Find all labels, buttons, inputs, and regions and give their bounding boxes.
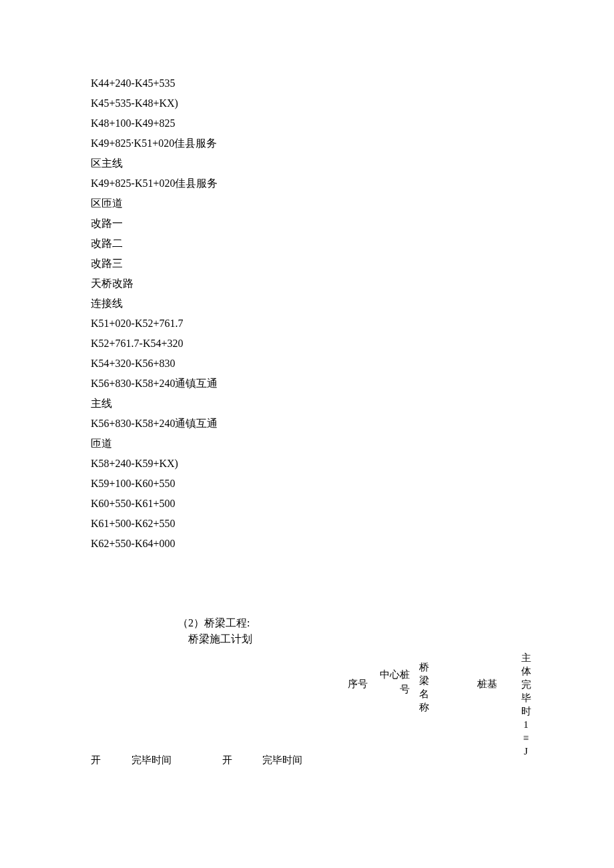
bottom-row: 开 完毕时间 开 完毕时间 bbox=[87, 754, 302, 767]
list-item: K49+825-K51+020佳县服务区匝道 bbox=[91, 173, 224, 213]
list-item: K49+825·K51+020佳县服务区主线 bbox=[91, 133, 224, 173]
list-item: K52+761.7-K54+320 bbox=[91, 334, 614, 354]
document-content: K44+240-K45+535K45+535-K48+KX)K48+100-K4… bbox=[0, 0, 614, 647]
list-item: K51+020-K52+761.7 bbox=[91, 314, 614, 334]
header-pile-base: 桩基 bbox=[475, 678, 499, 691]
list-item: 天桥改路 bbox=[91, 274, 614, 294]
list-item: 改路二 bbox=[91, 234, 614, 254]
header-bridge-name: 桥梁名称 bbox=[418, 661, 430, 714]
list-item: K56+830-K58+240通镇互通主线 bbox=[91, 374, 224, 414]
bottom-complete-2: 完毕时间 bbox=[262, 754, 302, 767]
header-center-pile: 中心桩号 bbox=[374, 667, 410, 697]
header-main-complete: 主体完毕时1≡J bbox=[520, 651, 532, 758]
section-line-1: （2）桥梁工程: bbox=[178, 615, 614, 631]
list-item: K48+100-K49+825 bbox=[91, 113, 614, 133]
list-item: K56+830-K58+240通镇互通匝道 bbox=[91, 414, 224, 454]
list-item: 改路三 bbox=[91, 254, 614, 274]
bottom-kai-1: 开 bbox=[91, 754, 101, 767]
list-item: 连接线 bbox=[91, 294, 614, 314]
bottom-kai-2: 开 bbox=[222, 754, 232, 767]
list-item: K44+240-K45+535 bbox=[91, 73, 614, 93]
list-item: K45+535-K48+KX) bbox=[91, 93, 614, 113]
list-item: K54+320-K56+830 bbox=[91, 354, 614, 374]
list-item: K59+100-K60+550 bbox=[91, 474, 614, 494]
list-item: K61+500-K62+550 bbox=[91, 514, 614, 534]
header-seq: 序号 bbox=[346, 678, 370, 691]
station-list: K44+240-K45+535K45+535-K48+KX)K48+100-K4… bbox=[91, 73, 614, 554]
list-item: 改路一 bbox=[91, 213, 614, 234]
section-header: （2）桥梁工程: 桥梁施工计划 bbox=[91, 615, 614, 647]
list-item: K60+550-K61+500 bbox=[91, 494, 614, 514]
list-item: K58+240-K59+KX) bbox=[91, 454, 614, 474]
list-item: K62+550-K64+000 bbox=[91, 534, 614, 554]
section-line-2: 桥梁施工计划 bbox=[178, 631, 614, 647]
bottom-complete-1: 完毕时间 bbox=[131, 754, 172, 767]
